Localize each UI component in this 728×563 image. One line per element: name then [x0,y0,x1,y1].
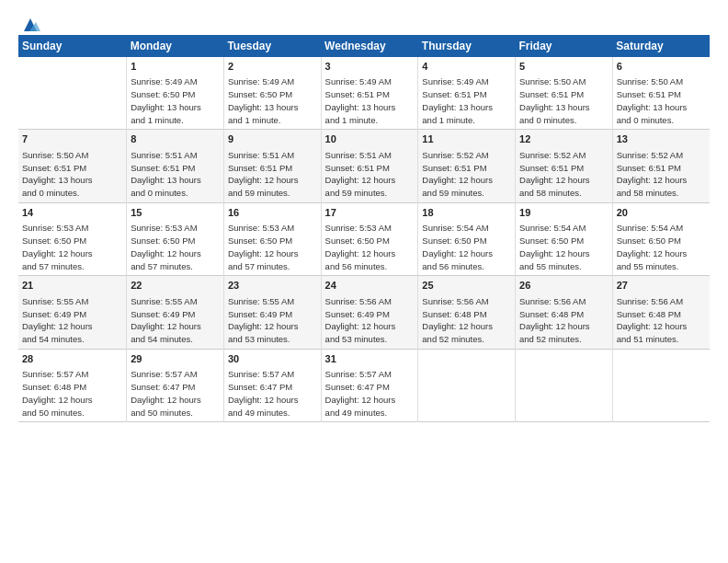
cell-info: Sunrise: 5:55 AM Sunset: 6:49 PM Dayligh… [131,295,220,346]
calendar-cell: 21Sunrise: 5:55 AM Sunset: 6:49 PM Dayli… [18,276,127,349]
day-number: 20 [617,206,706,220]
col-header-thursday: Thursday [418,35,516,57]
day-number: 10 [325,132,415,146]
calendar-cell: 4Sunrise: 5:49 AM Sunset: 6:51 PM Daylig… [418,57,516,130]
cell-info: Sunrise: 5:55 AM Sunset: 6:49 PM Dayligh… [228,295,317,346]
cell-info: Sunrise: 5:50 AM Sunset: 6:51 PM Dayligh… [22,149,122,200]
logo [18,15,40,31]
day-number: 27 [617,279,706,293]
day-number: 13 [617,132,706,146]
cell-info: Sunrise: 5:51 AM Sunset: 6:51 PM Dayligh… [131,149,220,200]
day-number: 3 [325,60,415,74]
calendar-cell: 9Sunrise: 5:51 AM Sunset: 6:51 PM Daylig… [223,130,321,202]
cell-info: Sunrise: 5:49 AM Sunset: 6:51 PM Dayligh… [422,75,511,126]
day-number: 6 [617,60,706,74]
calendar-cell: 28Sunrise: 5:57 AM Sunset: 6:48 PM Dayli… [18,349,127,421]
calendar-cell: 20Sunrise: 5:54 AM Sunset: 6:50 PM Dayli… [612,202,710,275]
calendar-table: SundayMondayTuesdayWednesdayThursdayFrid… [18,35,710,422]
day-number: 24 [325,279,415,293]
day-number: 29 [131,352,220,366]
day-number: 19 [519,206,609,220]
calendar-cell: 31Sunrise: 5:57 AM Sunset: 6:47 PM Dayli… [321,349,418,421]
cell-info: Sunrise: 5:53 AM Sunset: 6:50 PM Dayligh… [325,222,415,272]
day-number: 1 [131,60,220,74]
calendar-cell: 7Sunrise: 5:50 AM Sunset: 6:51 PM Daylig… [18,130,127,202]
day-number: 22 [131,279,220,293]
day-number: 28 [22,352,122,366]
calendar-cell: 2Sunrise: 5:49 AM Sunset: 6:50 PM Daylig… [223,57,321,130]
calendar-cell: 19Sunrise: 5:54 AM Sunset: 6:50 PM Dayli… [516,202,613,275]
cell-info: Sunrise: 5:56 AM Sunset: 6:48 PM Dayligh… [519,295,609,346]
calendar-cell: 27Sunrise: 5:56 AM Sunset: 6:48 PM Dayli… [612,276,710,349]
header [18,15,710,31]
calendar-cell: 10Sunrise: 5:51 AM Sunset: 6:51 PM Dayli… [321,130,418,202]
cell-info: Sunrise: 5:54 AM Sunset: 6:50 PM Dayligh… [519,222,609,272]
calendar-cell [418,349,516,421]
cell-info: Sunrise: 5:57 AM Sunset: 6:47 PM Dayligh… [131,368,220,419]
calendar-cell: 30Sunrise: 5:57 AM Sunset: 6:47 PM Dayli… [223,349,321,421]
header-row: SundayMondayTuesdayWednesdayThursdayFrid… [18,35,710,57]
cell-info: Sunrise: 5:51 AM Sunset: 6:51 PM Dayligh… [228,149,317,200]
col-header-friday: Friday [516,35,613,57]
calendar-cell: 14Sunrise: 5:53 AM Sunset: 6:50 PM Dayli… [18,202,127,275]
day-number: 14 [22,206,122,220]
cell-info: Sunrise: 5:53 AM Sunset: 6:50 PM Dayligh… [131,222,220,272]
col-header-wednesday: Wednesday [321,35,418,57]
cell-info: Sunrise: 5:54 AM Sunset: 6:50 PM Dayligh… [422,222,511,272]
calendar-cell [516,349,613,421]
cell-info: Sunrise: 5:54 AM Sunset: 6:50 PM Dayligh… [617,222,706,272]
calendar-cell: 11Sunrise: 5:52 AM Sunset: 6:51 PM Dayli… [418,130,516,202]
calendar-cell: 29Sunrise: 5:57 AM Sunset: 6:47 PM Dayli… [127,349,224,421]
calendar-cell: 13Sunrise: 5:52 AM Sunset: 6:51 PM Dayli… [612,130,710,202]
cell-info: Sunrise: 5:50 AM Sunset: 6:51 PM Dayligh… [617,75,706,126]
cell-info: Sunrise: 5:53 AM Sunset: 6:50 PM Dayligh… [228,222,317,272]
day-number: 21 [22,279,122,293]
cell-info: Sunrise: 5:49 AM Sunset: 6:51 PM Dayligh… [325,75,415,126]
day-number: 26 [519,279,609,293]
col-header-saturday: Saturday [612,35,710,57]
cell-info: Sunrise: 5:55 AM Sunset: 6:49 PM Dayligh… [22,295,122,346]
day-number: 31 [325,352,415,366]
calendar-cell [18,57,127,130]
calendar-row: 7Sunrise: 5:50 AM Sunset: 6:51 PM Daylig… [18,130,710,202]
cell-info: Sunrise: 5:53 AM Sunset: 6:50 PM Dayligh… [22,222,122,272]
cell-info: Sunrise: 5:52 AM Sunset: 6:51 PM Dayligh… [422,149,511,200]
day-number: 12 [519,132,609,146]
day-number: 5 [519,60,609,74]
calendar-cell: 18Sunrise: 5:54 AM Sunset: 6:50 PM Dayli… [418,202,516,275]
calendar-cell: 5Sunrise: 5:50 AM Sunset: 6:51 PM Daylig… [516,57,613,130]
calendar-cell: 17Sunrise: 5:53 AM Sunset: 6:50 PM Dayli… [321,202,418,275]
cell-info: Sunrise: 5:57 AM Sunset: 6:48 PM Dayligh… [22,368,122,419]
calendar-row: 1Sunrise: 5:49 AM Sunset: 6:50 PM Daylig… [18,57,710,130]
calendar-cell: 24Sunrise: 5:56 AM Sunset: 6:49 PM Dayli… [321,276,418,349]
day-number: 8 [131,132,220,146]
cell-info: Sunrise: 5:56 AM Sunset: 6:49 PM Dayligh… [325,295,415,346]
cell-info: Sunrise: 5:49 AM Sunset: 6:50 PM Dayligh… [131,75,220,126]
cell-info: Sunrise: 5:50 AM Sunset: 6:51 PM Dayligh… [519,75,609,126]
cell-info: Sunrise: 5:57 AM Sunset: 6:47 PM Dayligh… [228,368,317,419]
calendar-cell: 6Sunrise: 5:50 AM Sunset: 6:51 PM Daylig… [612,57,710,130]
calendar-row: 21Sunrise: 5:55 AM Sunset: 6:49 PM Dayli… [18,276,710,349]
calendar-cell: 12Sunrise: 5:52 AM Sunset: 6:51 PM Dayli… [516,130,613,202]
calendar-cell: 26Sunrise: 5:56 AM Sunset: 6:48 PM Dayli… [516,276,613,349]
calendar-cell: 25Sunrise: 5:56 AM Sunset: 6:48 PM Dayli… [418,276,516,349]
calendar-cell: 16Sunrise: 5:53 AM Sunset: 6:50 PM Dayli… [223,202,321,275]
day-number: 7 [22,132,122,146]
cell-info: Sunrise: 5:51 AM Sunset: 6:51 PM Dayligh… [325,149,415,200]
calendar-cell [612,349,710,421]
cell-info: Sunrise: 5:49 AM Sunset: 6:50 PM Dayligh… [228,75,317,126]
calendar-cell: 15Sunrise: 5:53 AM Sunset: 6:50 PM Dayli… [127,202,224,275]
day-number: 16 [228,206,317,220]
page: SundayMondayTuesdayWednesdayThursdayFrid… [0,0,728,431]
day-number: 15 [131,206,220,220]
cell-info: Sunrise: 5:56 AM Sunset: 6:48 PM Dayligh… [422,295,511,346]
day-number: 4 [422,60,511,74]
calendar-row: 14Sunrise: 5:53 AM Sunset: 6:50 PM Dayli… [18,202,710,275]
calendar-cell: 1Sunrise: 5:49 AM Sunset: 6:50 PM Daylig… [127,57,224,130]
logo-icon [20,15,40,35]
day-number: 18 [422,206,511,220]
day-number: 23 [228,279,317,293]
day-number: 9 [228,132,317,146]
day-number: 30 [228,352,317,366]
day-number: 2 [228,60,317,74]
